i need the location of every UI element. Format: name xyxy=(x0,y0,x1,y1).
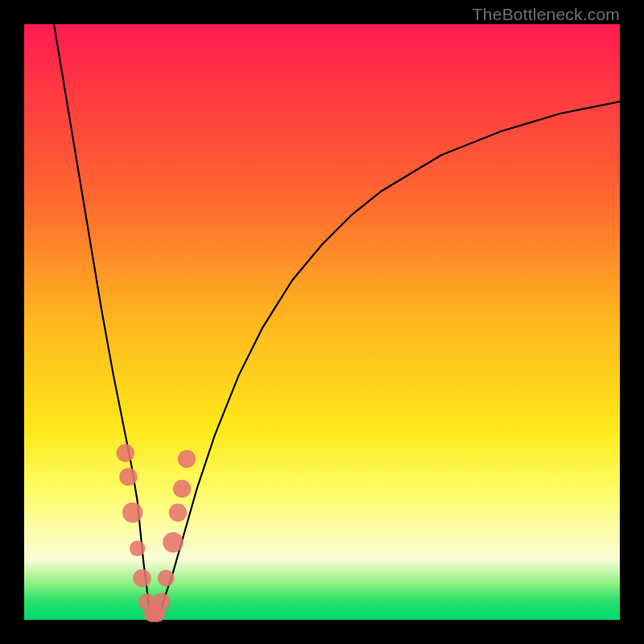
chart-frame: TheBottleneck.com xyxy=(0,0,644,644)
marker-dot xyxy=(122,502,142,522)
chart-svg xyxy=(24,24,620,620)
marker-dot xyxy=(173,480,191,497)
chart-plot-area xyxy=(24,24,620,620)
marker-dot xyxy=(117,444,134,462)
marker-dot xyxy=(158,570,175,587)
marker-dot xyxy=(178,450,196,468)
bottleneck-curve xyxy=(54,24,620,620)
marker-dot xyxy=(119,468,137,485)
marker-dot xyxy=(169,504,187,522)
marker-dot xyxy=(163,532,183,552)
marker-dot xyxy=(133,569,151,587)
marker-dot xyxy=(130,540,146,556)
marker-dot xyxy=(152,593,170,611)
attribution-text: TheBottleneck.com xyxy=(473,5,620,24)
